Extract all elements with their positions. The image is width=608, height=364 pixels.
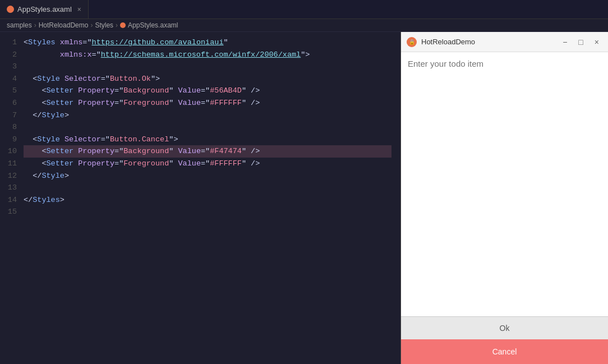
breadcrumb-sep3: › <box>116 21 118 29</box>
preview-maximize-button[interactable]: □ <box>575 37 586 47</box>
code-line-4: <Style Selector="Button.Ok"> <box>24 73 391 85</box>
code-line-6: <Setter Property="Foreground" Value="#FF… <box>24 97 391 109</box>
tab-close-button[interactable]: × <box>77 6 81 13</box>
code-line-10: <Setter Property="Background" Value="#F4… <box>24 145 391 158</box>
code-line-14: </Styles> <box>24 194 391 206</box>
code-content: <Styles xmlns="https://github.com/avalon… <box>24 36 400 218</box>
main-area: 12345 678910 1112131415 <Styles xmlns="h… <box>0 32 608 364</box>
code-line-7: </Style> <box>24 109 391 122</box>
line-numbers: 12345 678910 1112131415 <box>0 36 24 218</box>
preview-titlebar: HotReloadDemo − □ × <box>401 32 608 52</box>
breadcrumb: samples › HotReloadDemo › Styles › AppSt… <box>0 19 608 32</box>
breadcrumb-sep2: › <box>90 21 93 29</box>
preview-controls: − □ × <box>559 37 602 47</box>
tab-label: AppStyles.axaml <box>17 5 72 13</box>
tab-bar: AppStyles.axaml × <box>0 0 608 19</box>
breadcrumb-hotreloaddemo[interactable]: HotReloadDemo <box>39 21 89 29</box>
preview-window: HotReloadDemo − □ × Ok Cancel <box>400 32 608 364</box>
code-line-13 <box>24 182 391 194</box>
preview-app-icon <box>407 37 417 47</box>
code-line-3 <box>24 61 391 73</box>
code-line-12: </Style> <box>24 170 391 182</box>
ok-button[interactable]: Ok <box>401 316 608 339</box>
preview-content <box>401 52 608 316</box>
preview-buttons: Ok Cancel <box>401 316 608 364</box>
breadcrumb-styles[interactable]: Styles <box>95 21 113 29</box>
breadcrumb-xaml-icon <box>120 22 126 28</box>
todo-input[interactable] <box>408 59 601 310</box>
code-line-11: <Setter Property="Foreground" Value="#FF… <box>24 158 391 170</box>
code-line-15 <box>24 206 391 218</box>
preview-minimize-button[interactable]: − <box>559 37 570 47</box>
code-lines: 12345 678910 1112131415 <Styles xmlns="h… <box>0 32 400 223</box>
tab-appstyles[interactable]: AppStyles.axaml × <box>0 0 89 19</box>
code-line-9: <Style Selector="Button.Cancel"> <box>24 133 391 146</box>
preview-close-button[interactable]: × <box>591 37 602 47</box>
code-line-2: xmlns:x="http://schemas.microsoft.com/wi… <box>24 49 391 61</box>
breadcrumb-samples[interactable]: samples <box>7 21 32 29</box>
preview-title: HotReloadDemo <box>421 38 555 46</box>
code-line-5: <Setter Property="Background" Value="#56… <box>24 85 391 97</box>
cancel-button[interactable]: Cancel <box>401 339 608 364</box>
xaml-tab-icon <box>7 6 14 13</box>
code-line-8 <box>24 121 391 133</box>
code-editor[interactable]: 12345 678910 1112131415 <Styles xmlns="h… <box>0 32 400 364</box>
code-line-1: <Styles xmlns="https://github.com/avalon… <box>24 36 391 49</box>
breadcrumb-sep1: › <box>34 21 36 29</box>
breadcrumb-filename[interactable]: AppStyles.axaml <box>128 21 178 29</box>
